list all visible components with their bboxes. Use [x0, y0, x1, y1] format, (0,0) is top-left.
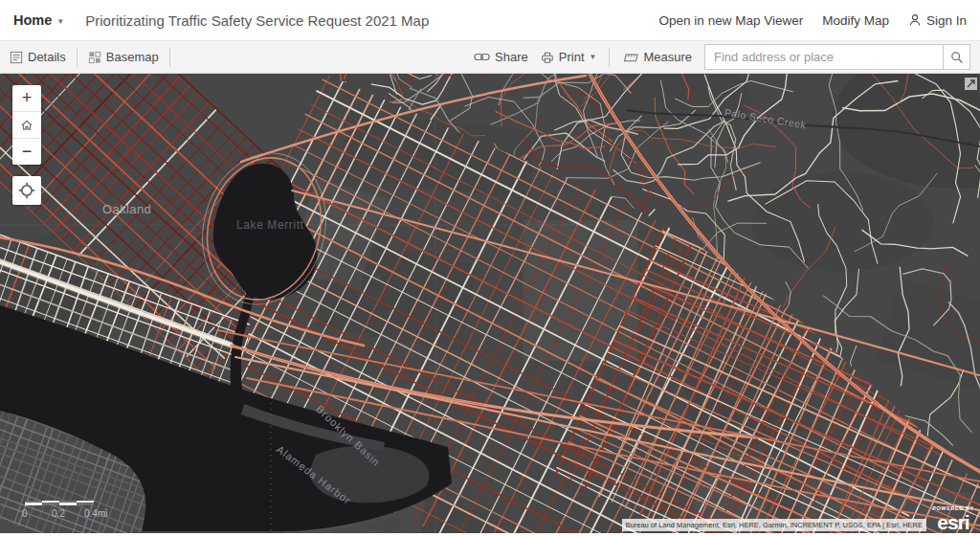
search-submit-button[interactable] — [943, 45, 969, 69]
printer-icon — [541, 51, 554, 64]
scale-label-mid: 0.2 — [52, 508, 65, 519]
chevron-down-icon: ▼ — [56, 15, 64, 26]
home-menu[interactable]: Home ▼ — [13, 12, 64, 28]
basemap-button[interactable]: Basemap — [88, 50, 159, 64]
sign-in-button[interactable]: Sign In — [908, 13, 967, 28]
esri-brand-label: esri — [931, 512, 975, 532]
app-header: Home ▼ Prioritizating Traffic Safety Ser… — [0, 0, 980, 40]
open-new-map-viewer-link[interactable]: Open in new Map Viewer — [659, 13, 804, 28]
share-button[interactable]: Share — [474, 50, 528, 64]
ruler-icon — [622, 52, 638, 63]
scale-bar: 0 0.2 0.4mi — [17, 501, 132, 522]
link-chain-icon — [474, 52, 490, 62]
address-search — [704, 44, 970, 70]
basemap-label: Basemap — [106, 50, 159, 64]
sign-in-label: Sign In — [926, 13, 967, 28]
details-button[interactable]: Details — [10, 50, 66, 64]
person-icon — [908, 13, 922, 27]
share-label: Share — [495, 50, 528, 64]
home-extent-button[interactable] — [12, 111, 41, 138]
esri-logo: POWERED BY esri — [931, 506, 975, 533]
print-button[interactable]: Print ▼ — [541, 50, 597, 64]
toolbar-separator — [169, 48, 170, 67]
expand-arrow-icon — [967, 79, 975, 88]
measure-button[interactable]: Measure — [622, 50, 692, 64]
basemap-streets — [0, 74, 980, 533]
home-icon — [19, 118, 34, 132]
basemap-grid-icon — [88, 51, 101, 64]
map-attribution: Bureau of Land Management, Esri, HERE, G… — [622, 519, 926, 531]
find-my-location-button[interactable] — [12, 176, 41, 205]
zoom-in-button[interactable]: + — [12, 85, 41, 111]
locate-crosshair-icon — [18, 182, 35, 199]
map-canvas[interactable]: Oakland Lake Merritt Brooklyn Basin Alam… — [0, 74, 980, 533]
details-panel-icon — [10, 51, 23, 64]
fullscreen-toggle-button[interactable] — [965, 78, 977, 90]
search-input[interactable] — [705, 45, 943, 69]
search-icon — [950, 51, 964, 64]
scale-label-0: 0 — [22, 508, 28, 519]
chevron-down-icon: ▼ — [590, 53, 597, 61]
measure-label: Measure — [643, 50, 692, 64]
home-label: Home — [13, 12, 52, 28]
page-title: Prioritizating Traffic Safety Service Re… — [85, 12, 429, 29]
details-label: Details — [28, 50, 66, 64]
zoom-control: + − — [12, 85, 41, 165]
toolbar-separator — [77, 48, 78, 67]
print-label: Print — [559, 50, 585, 64]
modify-map-link[interactable]: Modify Map — [822, 13, 889, 28]
toolbar-separator — [609, 48, 610, 67]
scale-label-end: 0.4mi — [84, 508, 107, 519]
zoom-out-button[interactable]: − — [12, 138, 41, 165]
map-toolbar: Details Basemap Share Print ▼ Measure — [0, 40, 980, 74]
